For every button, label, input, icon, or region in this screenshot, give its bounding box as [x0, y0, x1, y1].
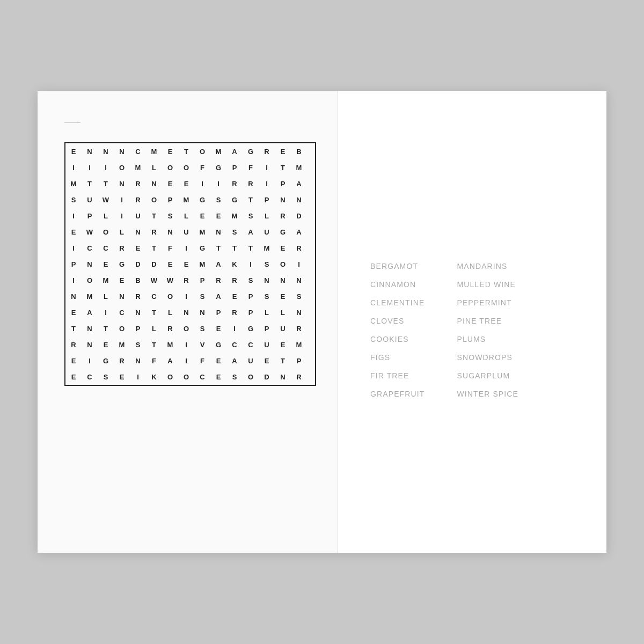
grid-cell: B	[130, 272, 146, 288]
grid-cell: S	[226, 369, 243, 385]
grid-cell: N	[291, 304, 307, 320]
grid-cell: S	[259, 288, 275, 304]
grid-cell: E	[65, 369, 82, 385]
page-divider	[64, 122, 80, 123]
grid-cell: E	[275, 143, 291, 159]
grid-cell: P	[226, 159, 243, 175]
grid-cell: A	[226, 143, 243, 159]
grid-cell: U	[275, 320, 291, 336]
grid-cell: G	[275, 224, 291, 240]
grid-cell: E	[162, 256, 178, 272]
grid-row: IPLIUTSLEEMSLRD	[65, 208, 315, 224]
grid-cell: E	[178, 175, 194, 192]
grid-cell: W	[162, 272, 178, 288]
grid-cell: C	[82, 240, 98, 256]
grid-cell: R	[275, 208, 291, 224]
grid-cell: T	[178, 143, 194, 159]
grid-cell: S	[210, 192, 226, 208]
right-page: BERGAMOTCINNAMONCLEMENTINECLOVESCOOKIESF…	[338, 91, 606, 553]
grid-cell: N	[259, 272, 275, 288]
grid-cell: R	[114, 240, 130, 256]
grid-cell: F	[146, 353, 162, 369]
grid-cell: T	[98, 320, 114, 336]
word-column-1: BERGAMOTCINNAMONCLEMENTINECLOVESCOOKIESF…	[370, 262, 425, 398]
grid-cell: C	[226, 336, 243, 353]
grid-cell: I	[114, 208, 130, 224]
word-list: BERGAMOTCINNAMONCLEMENTINECLOVESCOOKIESF…	[370, 118, 580, 531]
grid-cell: N	[291, 272, 307, 288]
grid-cell: O	[243, 369, 259, 385]
grid-cell: G	[98, 353, 114, 369]
grid-cell: R	[162, 320, 178, 336]
grid-cell: O	[178, 159, 194, 175]
grid-cell: M	[291, 159, 307, 175]
grid-cell: U	[243, 353, 259, 369]
grid-cell: M	[146, 143, 162, 159]
grid-cell: R	[114, 353, 130, 369]
grid-cell: P	[259, 320, 275, 336]
word-item: MANDARINS	[457, 262, 518, 270]
grid-cell: E	[210, 353, 226, 369]
grid-cell: M	[162, 336, 178, 353]
grid-cell: N	[82, 143, 98, 159]
word-columns: BERGAMOTCINNAMONCLEMENTINECLOVESCOOKIESF…	[370, 262, 580, 398]
grid-cell: S	[194, 288, 210, 304]
grid-cell: P	[82, 208, 98, 224]
grid-cell: G	[114, 256, 130, 272]
grid-cell: R	[178, 272, 194, 288]
grid-cell: M	[98, 272, 114, 288]
grid-cell: R	[146, 224, 162, 240]
grid-cell: R	[65, 336, 82, 353]
grid-row: SUWIROPMGSGTPNN	[65, 192, 315, 208]
grid-cell: W	[146, 272, 162, 288]
grid-cell: N	[65, 288, 82, 304]
grid-cell: R	[226, 304, 243, 320]
grid-cell: U	[82, 192, 98, 208]
grid-cell: I	[178, 353, 194, 369]
grid-row: ECSEIKOOCESODNR	[65, 369, 315, 385]
grid-cell: T	[226, 240, 243, 256]
grid-cell: S	[65, 192, 82, 208]
grid-cell: I	[65, 208, 82, 224]
word-item: SNOWDROPS	[457, 353, 518, 362]
grid-cell: U	[178, 224, 194, 240]
grid-cell: I	[291, 256, 307, 272]
grid-row: PNEGDDEEMAKISOI	[65, 256, 315, 272]
grid-cell: S	[162, 208, 178, 224]
grid-cell: I	[178, 240, 194, 256]
grid-cell: D	[146, 256, 162, 272]
grid-cell: A	[291, 175, 307, 192]
grid-cell: E	[98, 256, 114, 272]
grid-cell: A	[226, 353, 243, 369]
grid-cell: S	[291, 288, 307, 304]
grid-cell: P	[65, 256, 82, 272]
grid-cell: I	[259, 159, 275, 175]
grid-cell: R	[291, 369, 307, 385]
grid-cell: E	[98, 336, 114, 353]
grid-cell: N	[210, 224, 226, 240]
grid-cell: C	[130, 143, 146, 159]
grid-cell: U	[130, 208, 146, 224]
grid-cell: R	[291, 240, 307, 256]
word-search-grid: ENNNCMETOMAGREBIIIOMLOOFGPFITMMTTNRNEEII…	[64, 142, 316, 386]
grid-row: IIIOMLOOFGPFITM	[65, 159, 315, 175]
grid-row: NMLNRCOISAEPSES	[65, 288, 315, 304]
grid-cell: S	[243, 208, 259, 224]
grid-cell: I	[178, 288, 194, 304]
grid-cell: K	[226, 256, 243, 272]
grid-cell: E	[130, 240, 146, 256]
grid-cell: T	[146, 240, 162, 256]
grid-cell: U	[259, 224, 275, 240]
grid-cell: O	[114, 159, 130, 175]
grid-cell: F	[162, 240, 178, 256]
grid-cell: L	[146, 320, 162, 336]
grid-cell: S	[259, 256, 275, 272]
grid-cell: T	[146, 304, 162, 320]
grid-cell: N	[194, 304, 210, 320]
grid-cell: P	[291, 353, 307, 369]
grid-cell: E	[210, 208, 226, 224]
grid-cell: N	[130, 224, 146, 240]
grid-cell: I	[130, 369, 146, 385]
grid-cell: L	[259, 304, 275, 320]
grid-cell: E	[210, 320, 226, 336]
